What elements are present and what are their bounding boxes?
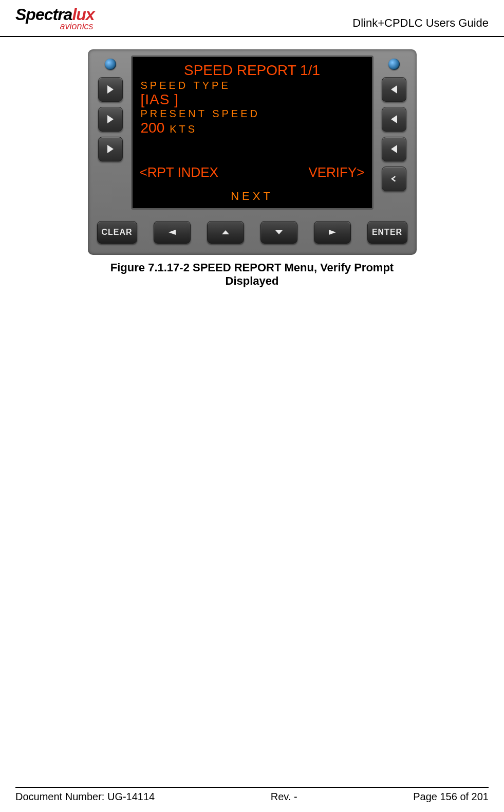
svg-marker-0 [107, 85, 114, 94]
svg-marker-9 [329, 230, 336, 235]
clear-button-label: CLEAR [101, 228, 132, 237]
logo-subtitle: avionics [60, 21, 94, 32]
triangle-down-icon [273, 229, 285, 236]
clear-button[interactable]: CLEAR [97, 221, 137, 244]
triangle-left-icon [390, 84, 398, 95]
right-arrow-button[interactable] [314, 221, 351, 244]
present-speed-unit: KTS [170, 123, 197, 135]
lsk-l2-button[interactable] [98, 107, 123, 132]
device-top-row: SPEED REPORT 1/1 SPEED TYPE [IAS ] PRESE… [95, 56, 409, 210]
svg-marker-7 [222, 230, 229, 234]
device-bezel: SPEED REPORT 1/1 SPEED TYPE [IAS ] PRESE… [88, 49, 417, 255]
triangle-left-icon [390, 144, 398, 154]
display-screen: SPEED REPORT 1/1 SPEED TYPE [IAS ] PRESE… [131, 56, 374, 210]
triangle-right-icon [106, 144, 115, 154]
lsk-l3-button[interactable] [98, 137, 123, 161]
action-row: <RPT INDEX VERIFY> [140, 164, 365, 180]
screen-title: SPEED REPORT 1/1 [140, 62, 365, 79]
page-footer: Document Number: UG-14114 Rev. - Page 15… [15, 787, 489, 803]
enter-button-label: ENTER [372, 228, 402, 237]
left-arrow-button[interactable] [154, 221, 191, 244]
device-container: SPEED REPORT 1/1 SPEED TYPE [IAS ] PRESE… [88, 49, 417, 288]
up-arrow-button[interactable] [207, 221, 244, 244]
triangle-right-icon [106, 84, 115, 95]
page-header: Spectralux avionics Dlink+CPDLC Users Gu… [0, 0, 504, 37]
svg-marker-3 [391, 85, 397, 94]
present-speed-row: 200 KTS [141, 120, 365, 136]
present-speed-value: 200 [141, 120, 165, 136]
down-arrow-button[interactable] [260, 221, 297, 244]
svg-marker-4 [391, 115, 397, 123]
header-title: Dlink+CPDLC Users Guide [352, 16, 489, 30]
triangle-right-icon [327, 229, 338, 236]
left-button-column [95, 56, 126, 210]
triangle-left-icon [166, 229, 178, 236]
enter-button[interactable]: ENTER [367, 221, 407, 244]
triangle-right-icon [106, 114, 115, 124]
lsk-r1-button[interactable] [382, 77, 406, 102]
svg-marker-1 [107, 115, 114, 123]
footer-page: Page 156 of 201 [413, 791, 489, 803]
footer-doc-number: Document Number: UG-14114 [15, 791, 155, 803]
svg-marker-8 [275, 230, 283, 234]
triangle-up-icon [220, 229, 231, 236]
spacer [140, 136, 365, 161]
speed-type-label: SPEED TYPE [141, 80, 365, 91]
footer-rev: Rev. - [271, 791, 297, 803]
bottom-button-row: CLEAR ENTER [95, 217, 409, 248]
svg-marker-6 [169, 230, 176, 235]
lsk-r3-button[interactable] [382, 137, 406, 161]
svg-marker-5 [391, 145, 397, 153]
rpt-index-label: <RPT INDEX [140, 164, 218, 180]
triangle-left-icon [390, 114, 398, 124]
lsk-r2-button[interactable] [382, 107, 406, 132]
svg-marker-2 [107, 145, 114, 153]
chevron-left-icon [390, 174, 398, 184]
logo: Spectralux avionics [15, 5, 95, 32]
present-speed-label: PRESENT SPEED [141, 108, 365, 120]
lsk-l1-button[interactable] [98, 77, 123, 102]
screw-icon [105, 59, 116, 70]
next-label: NEXT [140, 190, 365, 203]
right-button-column [379, 56, 409, 210]
lsk-r4-button[interactable] [382, 167, 406, 191]
speed-type-value: [IAS ] [141, 91, 365, 108]
screw-icon [388, 59, 400, 70]
figure-caption: Figure 7.1.17-2 SPEED REPORT Menu, Verif… [88, 261, 417, 288]
verify-label: VERIFY> [308, 164, 364, 180]
